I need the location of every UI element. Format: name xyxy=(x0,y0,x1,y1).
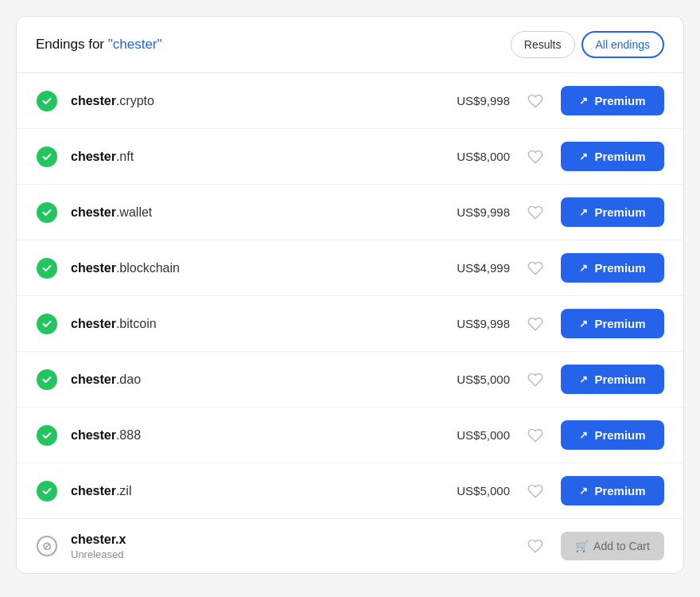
all-endings-button[interactable]: All endings xyxy=(581,31,665,58)
favorite-icon[interactable] xyxy=(523,316,548,332)
favorite-icon[interactable] xyxy=(523,149,548,165)
domain-price: US$8,000 xyxy=(430,150,510,163)
favorite-icon[interactable] xyxy=(523,372,548,388)
domain-list: chester.cryptoUS$9,998↗Premium chester.n… xyxy=(17,73,683,573)
available-icon xyxy=(36,90,58,112)
available-icon xyxy=(36,369,58,391)
domain-price: US$4,999 xyxy=(430,261,510,275)
domain-name: chester.blockchain xyxy=(71,261,418,275)
favorite-icon[interactable] xyxy=(523,538,548,554)
page-title: Endings for "chester" xyxy=(36,37,162,53)
arrow-up-right-icon: ↗ xyxy=(579,262,588,274)
blocked-icon: ⊘ xyxy=(36,535,58,557)
main-container: Endings for "chester" Results All ending… xyxy=(16,16,684,574)
available-icon xyxy=(36,424,58,447)
domain-label: chester.x xyxy=(71,533,418,547)
premium-button[interactable]: ↗Premium xyxy=(561,86,664,115)
unreleased-tag: Unreleased xyxy=(71,548,418,560)
premium-button[interactable]: ↗Premium xyxy=(561,476,664,505)
premium-button[interactable]: ↗Premium xyxy=(561,253,664,283)
table-row: chester.cryptoUS$9,998↗Premium xyxy=(17,73,683,129)
favorite-icon[interactable] xyxy=(523,93,548,109)
arrow-up-right-icon: ↗ xyxy=(579,206,588,218)
available-icon xyxy=(36,201,58,224)
available-icon xyxy=(36,480,58,502)
table-row: chester.zilUS$5,000↗Premium xyxy=(17,463,683,519)
premium-button[interactable]: ↗Premium xyxy=(561,365,664,394)
premium-button[interactable]: ↗Premium xyxy=(561,309,664,338)
header-buttons: Results All endings xyxy=(511,31,664,58)
table-row: chester.blockchainUS$4,999↗Premium xyxy=(17,240,683,296)
domain-price: US$9,998 xyxy=(430,205,510,219)
available-icon xyxy=(36,313,58,335)
arrow-up-right-icon: ↗ xyxy=(579,485,588,497)
premium-button[interactable]: ↗Premium xyxy=(561,197,664,227)
domain-price: US$9,998 xyxy=(430,317,510,330)
domain-price: US$5,000 xyxy=(430,373,510,386)
favorite-icon[interactable] xyxy=(523,260,548,276)
table-row: ⊘ chester.x Unreleased 🛒Add to Cart xyxy=(17,519,683,573)
domain-name: chester.dao xyxy=(71,373,418,387)
cart-icon: 🛒 xyxy=(575,540,589,552)
table-row: chester.bitcoinUS$9,998↗Premium xyxy=(17,296,683,352)
title-query: "chester" xyxy=(108,37,162,52)
premium-button[interactable]: ↗Premium xyxy=(561,142,664,171)
arrow-up-right-icon: ↗ xyxy=(579,95,588,107)
favorite-icon[interactable] xyxy=(523,427,548,443)
available-icon xyxy=(36,257,58,279)
arrow-up-right-icon: ↗ xyxy=(579,150,588,162)
add-to-cart-button[interactable]: 🛒Add to Cart xyxy=(561,532,664,560)
available-icon xyxy=(36,146,58,168)
domain-name: chester.zil xyxy=(71,484,418,498)
table-row: chester.daoUS$5,000↗Premium xyxy=(17,352,683,408)
results-button[interactable]: Results xyxy=(511,31,575,58)
domain-name: chester.x Unreleased xyxy=(71,533,418,560)
domain-price: US$9,998 xyxy=(430,94,510,107)
arrow-up-right-icon: ↗ xyxy=(579,318,588,330)
domain-name: chester.nft xyxy=(71,150,418,164)
arrow-up-right-icon: ↗ xyxy=(579,373,588,385)
domain-price: US$5,000 xyxy=(430,484,510,498)
header: Endings for "chester" Results All ending… xyxy=(17,17,683,73)
domain-name: chester.wallet xyxy=(71,205,418,220)
table-row: chester.888US$5,000↗Premium xyxy=(17,408,683,463)
table-row: chester.nftUS$8,000↗Premium xyxy=(17,129,683,185)
title-prefix: Endings for xyxy=(36,37,108,52)
domain-name: chester.crypto xyxy=(71,94,418,108)
domain-price: US$5,000 xyxy=(430,428,510,442)
arrow-up-right-icon: ↗ xyxy=(579,429,588,441)
domain-name: chester.bitcoin xyxy=(71,317,418,331)
premium-button[interactable]: ↗Premium xyxy=(561,420,664,450)
favorite-icon[interactable] xyxy=(523,483,548,499)
favorite-icon[interactable] xyxy=(523,205,548,220)
table-row: chester.walletUS$9,998↗Premium xyxy=(17,185,683,240)
domain-name: chester.888 xyxy=(71,428,418,443)
